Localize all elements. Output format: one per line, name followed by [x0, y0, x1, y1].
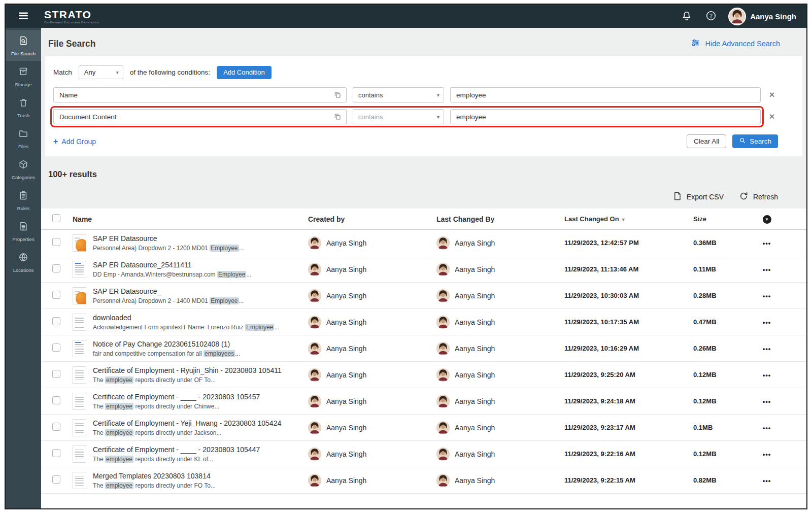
sidebar-item[interactable]: Files	[6, 123, 41, 154]
duplicate-icon[interactable]	[333, 91, 342, 99]
snippet-highlight: Employee	[210, 245, 239, 252]
condition-value-input[interactable]: employee	[450, 87, 761, 102]
avatar	[436, 368, 450, 382]
file-name[interactable]: downloaded	[93, 314, 131, 322]
column-header-last-changed-by[interactable]: Last Changed By	[436, 215, 564, 223]
row-checkbox[interactable]	[52, 475, 60, 484]
table-row: Certificate of Employment - ____ - 20230…	[41, 388, 806, 415]
row-checkbox[interactable]	[52, 317, 60, 325]
avatar	[436, 342, 450, 355]
last-changed-by-name: Aanya Singh	[455, 239, 495, 247]
bell-icon[interactable]	[681, 10, 693, 22]
table-row: downloaded Acknowledgement Form spinifex…	[41, 309, 806, 335]
sidebar: File Search Storage Trash Files	[6, 28, 41, 509]
remove-condition-button[interactable]: ✕	[766, 112, 778, 121]
clear-all-button[interactable]: Clear All	[687, 134, 726, 148]
user-menu[interactable]: Aanya Singh	[729, 9, 796, 24]
more-options-icon[interactable]: •••	[763, 398, 771, 405]
more-options-icon[interactable]: •••	[763, 424, 771, 432]
row-checkbox[interactable]	[52, 370, 60, 378]
column-header-size[interactable]: Size	[693, 215, 752, 223]
sidebar-item[interactable]: Categories	[6, 154, 41, 185]
brand-logo: STRATO On-Demand Document Generation	[44, 9, 99, 24]
condition-field-input[interactable]: Name	[53, 87, 347, 102]
add-group-link[interactable]: + Add Group	[53, 137, 96, 146]
condition-field-input[interactable]: Document Content	[53, 109, 347, 124]
more-options-icon[interactable]: •••	[763, 239, 771, 247]
condition-value-input[interactable]: employee	[450, 109, 761, 124]
last-changed-on: 11/29/2023, 9:24:18 AM	[564, 397, 693, 405]
help-icon[interactable]: ?	[705, 10, 717, 22]
file-name[interactable]: Certificate of Employment - Ryujin_Shin …	[93, 366, 282, 374]
sidebar-item[interactable]: File Search	[6, 30, 41, 61]
sidebar-item[interactable]: Trash	[6, 92, 41, 123]
condition-operator-select[interactable]: contains ▾	[353, 87, 444, 102]
file-thumbnail	[73, 366, 86, 384]
more-options-icon[interactable]: •••	[763, 292, 771, 300]
file-size: 0.47MB	[693, 318, 752, 326]
more-options-icon[interactable]: •••	[763, 477, 771, 485]
plus-icon: +	[53, 137, 58, 146]
column-header-last-changed-on[interactable]: Last Changed On▾	[564, 215, 693, 223]
sidebar-item[interactable]: Properties	[6, 216, 41, 247]
search-button[interactable]: Search	[732, 134, 778, 148]
last-changed-by-name: Aanya Singh	[455, 318, 495, 326]
file-name[interactable]: SAP ER Datasource_25411411	[93, 261, 192, 269]
column-settings-icon[interactable]: ▼	[763, 215, 771, 224]
last-changed-by-name: Aanya Singh	[455, 371, 495, 379]
row-checkbox[interactable]	[52, 238, 60, 246]
last-changed-by-name: Aanya Singh	[455, 476, 495, 485]
more-options-icon[interactable]: •••	[763, 371, 771, 379]
hamburger-icon[interactable]	[17, 10, 30, 23]
match-suffix-label: of the following conditions:	[130, 68, 210, 76]
hamburger-zone	[6, 10, 41, 23]
file-name[interactable]: Merged Templates 20230803 103814	[93, 472, 211, 480]
more-options-icon[interactable]: •••	[763, 319, 771, 326]
column-header-created-by[interactable]: Created by	[308, 215, 436, 223]
row-checkbox[interactable]	[52, 396, 60, 404]
last-changed-by-name: Aanya Singh	[455, 450, 495, 458]
snippet-highlight: employee	[105, 429, 133, 436]
file-size: 0.12MB	[693, 371, 752, 379]
add-condition-button[interactable]: Add Condition	[217, 66, 272, 79]
table-row: Certificate of Employment - ____ - 20230…	[41, 441, 806, 467]
more-options-icon[interactable]: •••	[763, 345, 771, 353]
file-name[interactable]: SAP ER Datasource_	[93, 287, 161, 295]
condition-row: Document Content contains ▾ employee	[53, 109, 778, 124]
topbar: STRATO On-Demand Document Generation ? A…	[6, 5, 806, 28]
row-checkbox[interactable]	[52, 291, 60, 299]
sidebar-item[interactable]: Locations	[6, 247, 41, 278]
select-all-checkbox[interactable]	[52, 214, 60, 222]
column-header-name[interactable]: Name	[73, 215, 308, 223]
snippet-highlight: Employee	[245, 324, 274, 331]
row-checkbox[interactable]	[52, 449, 60, 457]
file-name[interactable]: Certificate of Employment - Yeji_Hwang -…	[93, 419, 281, 427]
files-icon	[18, 128, 28, 141]
export-csv-button[interactable]: Export CSV	[672, 191, 724, 202]
table-row: Merged Templates 20230803 103814 The emp…	[41, 467, 806, 494]
snippet-highlight: employee	[105, 403, 133, 410]
file-name[interactable]: SAP ER Datasource	[93, 234, 157, 243]
refresh-button[interactable]: Refresh	[739, 191, 778, 202]
duplicate-icon[interactable]	[333, 113, 342, 121]
more-options-icon[interactable]: •••	[763, 451, 771, 458]
hide-advanced-search-link[interactable]: Hide Advanced Search	[691, 38, 780, 49]
file-size: 0.82MB	[693, 476, 752, 484]
sidebar-item[interactable]: Rules	[6, 185, 41, 216]
main-content: File Search Hide Advanced Search Match A…	[41, 28, 806, 509]
file-name[interactable]: Notice of Pay Change 20230615102408 (1)	[93, 340, 230, 348]
condition-fields: Name contains ▾ employee	[53, 87, 761, 102]
match-select[interactable]: Any ▾	[79, 65, 123, 79]
row-checkbox[interactable]	[52, 264, 60, 272]
sidebar-item[interactable]: Storage	[6, 61, 41, 92]
row-checkbox[interactable]	[52, 344, 60, 352]
last-changed-on: 11/29/2023, 10:17:35 AM	[564, 318, 693, 326]
condition-operator-select[interactable]: contains ▾	[353, 109, 444, 124]
file-name[interactable]: Certificate of Employment - ____ - 20230…	[93, 445, 260, 454]
remove-condition-button[interactable]: ✕	[766, 90, 778, 99]
file-snippet: The employee reports directly under OF T…	[93, 376, 216, 384]
last-changed-by-name: Aanya Singh	[455, 345, 495, 353]
file-name[interactable]: Certificate of Employment - ____ - 20230…	[93, 393, 260, 401]
more-options-icon[interactable]: •••	[763, 266, 771, 273]
row-checkbox[interactable]	[52, 423, 60, 431]
